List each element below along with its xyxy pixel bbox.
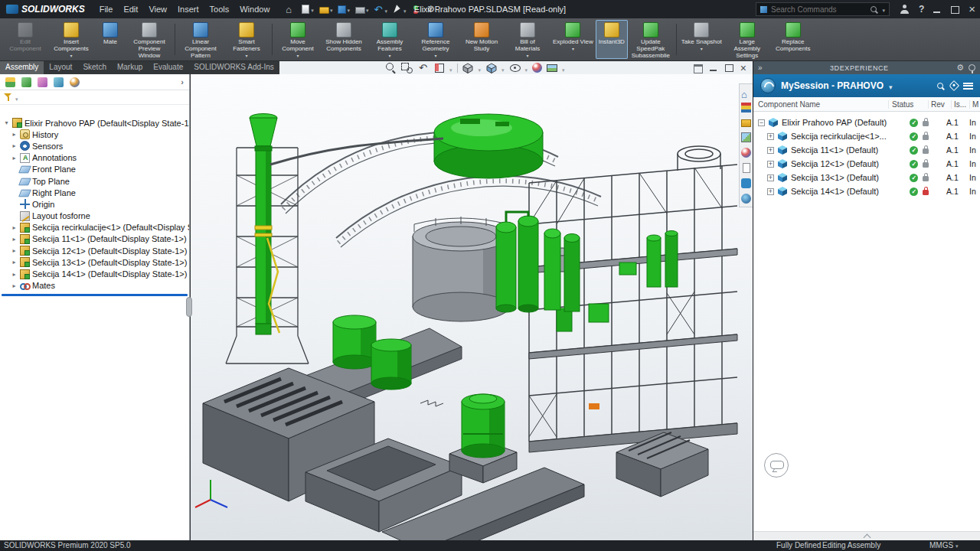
- search-icon[interactable]: [870, 5, 878, 14]
- menu-edit[interactable]: Edit: [118, 2, 143, 16]
- ribbon-button-mate[interactable]: Mate: [94, 20, 126, 59]
- dropdown-arrow-icon[interactable]: [15, 90, 18, 104]
- expand-row-icon[interactable]: [767, 161, 774, 168]
- tree-item-origin[interactable]: Origin: [0, 198, 189, 210]
- undo-button[interactable]: [372, 4, 389, 15]
- configurationmanager-tab-icon[interactable]: [38, 77, 47, 87]
- document-close-button[interactable]: [740, 61, 746, 75]
- component-row-sekcija-recirkulacije[interactable]: Sekcija recirkulacije<1>... A.1 In: [753, 129, 980, 143]
- column-status[interactable]: Status: [888, 100, 928, 109]
- tab-evaluate[interactable]: Evaluate: [148, 61, 188, 74]
- component-row-sekcija-13[interactable]: Sekcija 13<1> (Default) A.1 In: [753, 171, 980, 184]
- expander-icon[interactable]: [11, 236, 18, 243]
- panel-menu-icon[interactable]: [963, 83, 973, 90]
- collaboration-chat-button[interactable]: [764, 453, 789, 478]
- hide-show-items-icon[interactable]: [509, 62, 521, 73]
- select-button[interactable]: [391, 4, 408, 15]
- open-button[interactable]: [318, 4, 335, 15]
- graphics-viewport[interactable]: [191, 74, 753, 540]
- document-restore-button[interactable]: [725, 63, 733, 73]
- ribbon-button-linear-component-pattern[interactable]: Linear Component Pattern: [178, 20, 224, 59]
- ribbon-button-update-speedpak-subassemblies[interactable]: Update SpeedPak Subassemblies: [628, 20, 674, 59]
- collapse-panel-icon[interactable]: »: [758, 64, 763, 72]
- window-frame-icon[interactable]: [694, 63, 703, 73]
- menu-insert[interactable]: Insert: [172, 2, 204, 16]
- command-search-box[interactable]: [756, 2, 890, 16]
- panel-splitter-handle[interactable]: [186, 297, 192, 317]
- panel-settings-gear-icon[interactable]: [956, 63, 964, 73]
- 3dexperience-compass-icon[interactable]: [760, 78, 776, 93]
- forum-icon[interactable]: [741, 178, 751, 188]
- ribbon-button-show-hidden-components[interactable]: Show Hidden Components: [321, 20, 367, 59]
- dropdown-arrow-icon[interactable]: [449, 61, 452, 75]
- view-palette-icon[interactable]: [741, 132, 751, 142]
- session-dropdown-icon[interactable]: [889, 79, 893, 93]
- save-button[interactable]: [336, 4, 351, 15]
- view-settings-icon[interactable]: [547, 64, 557, 72]
- panel-search-icon[interactable]: [936, 82, 945, 90]
- tree-item-sekcija-11[interactable]: Sekcija 11<1> (Default<Display State-1>): [0, 233, 189, 245]
- dropdown-arrow-icon[interactable]: [562, 61, 565, 75]
- column-m[interactable]: M: [969, 100, 980, 109]
- ribbon-button-insert-components[interactable]: Insert Components: [48, 20, 94, 59]
- ribbon-button-new-motion-study[interactable]: New Motion Study: [459, 20, 505, 59]
- ribbon-button-take-snapshot[interactable]: Take Snapshot: [679, 20, 724, 59]
- tree-item-sekcija-14[interactable]: Sekcija 14<1> (Default<Display State-1>): [0, 268, 189, 279]
- tree-item-front-plane[interactable]: Front Plane: [0, 164, 189, 175]
- expander-icon[interactable]: [11, 131, 18, 138]
- design-library-icon[interactable]: [741, 103, 751, 112]
- search-input[interactable]: [771, 5, 866, 14]
- ribbon-button-instant3d[interactable]: Instant3D: [596, 20, 628, 59]
- tab-sketch[interactable]: Sketch: [77, 61, 112, 74]
- menu-tools[interactable]: Tools: [204, 2, 235, 16]
- zoom-to-area-icon[interactable]: [401, 62, 413, 73]
- ribbon-button-large-assembly-settings[interactable]: Large Assembly Settings: [724, 20, 770, 59]
- tag-icon[interactable]: [949, 80, 959, 91]
- dropdown-arrow-icon[interactable]: [525, 61, 528, 75]
- expander-icon[interactable]: [11, 224, 18, 231]
- dropdown-arrow-icon[interactable]: [501, 61, 505, 75]
- tab-layout[interactable]: Layout: [44, 61, 77, 74]
- ribbon-button-move-component[interactable]: Move Component: [275, 20, 321, 59]
- displaymanager-tab-icon[interactable]: [70, 77, 80, 87]
- tree-item-layout-fosforne[interactable]: Layout fosforne: [0, 210, 189, 222]
- view-orientation-icon[interactable]: [462, 62, 474, 73]
- ribbon-button-edit-component[interactable]: Edit Component: [2, 20, 48, 59]
- units-selector[interactable]: MMGS: [929, 541, 959, 549]
- panel-expand-chevron-icon[interactable]: ›: [181, 77, 184, 86]
- collapse-row-icon[interactable]: [758, 119, 765, 126]
- zoom-to-fit-icon[interactable]: [385, 62, 397, 73]
- propertymanager-tab-icon[interactable]: [21, 77, 31, 87]
- dropdown-arrow-icon[interactable]: [479, 61, 482, 75]
- document-minimize-button[interactable]: [710, 63, 718, 73]
- window-minimize-button[interactable]: [933, 5, 942, 15]
- window-close-button[interactable]: [969, 4, 975, 15]
- expander-icon[interactable]: [11, 271, 18, 278]
- ribbon-button-smart-fasteners[interactable]: Smart Fasteners: [224, 20, 270, 59]
- component-row-sekcija-12[interactable]: Sekcija 12<1> (Default) A.1 In: [753, 157, 980, 171]
- tree-filter-bar[interactable]: [0, 90, 189, 105]
- dimxpertmanager-tab-icon[interactable]: [54, 77, 64, 87]
- expander-icon[interactable]: [11, 142, 18, 149]
- tree-item-top-plane[interactable]: Top Plane: [0, 175, 189, 187]
- edit-appearance-icon[interactable]: [532, 63, 542, 73]
- component-row-sekcija-14[interactable]: Sekcija 14<1> (Default) A.1 In: [753, 184, 980, 198]
- menu-file[interactable]: File: [94, 2, 119, 16]
- task-pane-home-icon[interactable]: [741, 87, 751, 97]
- panel-scroll-up-strip[interactable]: [753, 531, 980, 540]
- tree-item-sekcija-recirkulacije[interactable]: Sekcija recirkulacije<1> (Default<Displa…: [0, 222, 189, 233]
- expand-row-icon[interactable]: [767, 147, 774, 154]
- ribbon-button-replace-components[interactable]: Replace Components: [770, 20, 816, 59]
- ribbon-button-assembly-features[interactable]: Assembly Features: [367, 20, 413, 59]
- expander-icon[interactable]: [11, 155, 18, 161]
- tree-item-annotations[interactable]: Annotations: [0, 152, 189, 164]
- expand-row-icon[interactable]: [767, 174, 774, 181]
- panel-pin-icon[interactable]: [969, 64, 975, 71]
- user-account-icon[interactable]: [900, 5, 910, 14]
- column-component-name[interactable]: Component Name: [758, 100, 888, 109]
- tree-item-sensors[interactable]: Sensors: [0, 140, 189, 152]
- featuremanager-tree-tab-icon[interactable]: [5, 77, 15, 87]
- new-document-button[interactable]: [299, 4, 315, 15]
- component-row-root[interactable]: Elixir Prahovo PAP (Default) A.1 In: [753, 116, 980, 129]
- home-button[interactable]: [284, 4, 297, 15]
